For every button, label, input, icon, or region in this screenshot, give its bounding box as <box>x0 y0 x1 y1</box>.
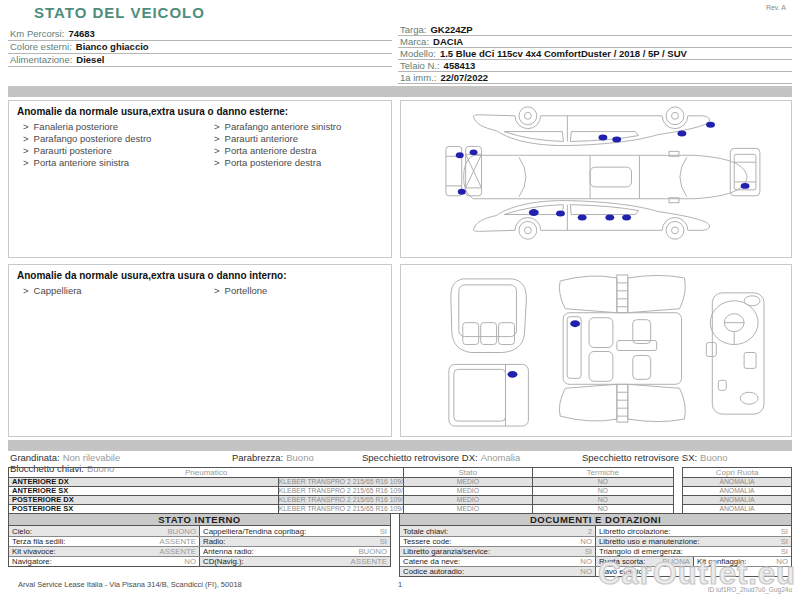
vehicle-info-row: 1a imm.:22/07/2022 <box>398 72 792 84</box>
info-value: GK224ZP <box>430 24 472 35</box>
field-label: Cappelliera/Tendina copribag: <box>203 527 306 536</box>
summary-item: Specchietto retrovisore DX:Anomalia <box>362 452 520 463</box>
pair-row: Totale chiavi:2Libretto circolazione:SI <box>400 526 791 536</box>
pair-cell: Navigatore:NO <box>9 557 199 566</box>
anomaly-item: >Fanaleria posteriore <box>23 121 200 133</box>
pair-cell: Cappelliera/Tendina copribag:SI <box>199 526 390 536</box>
info-label: Km Percorsi: <box>10 28 64 39</box>
label-value-pair: Cielo:BUONO <box>9 526 199 536</box>
field-label: Codice autoradio: <box>403 567 464 576</box>
exterior-anomalies-heading: Anomalie da normale usura,extra usura o … <box>9 101 391 121</box>
dashboard-view <box>706 293 764 414</box>
revision-label: Rev. A <box>766 4 786 11</box>
footer-company-address: Arval Service Lease Italia - Via Pisana … <box>18 580 242 589</box>
interior-damage-diagram <box>401 265 791 436</box>
field-label: Libretto garanzia/service: <box>403 547 490 556</box>
field-label: Cielo: <box>12 527 32 536</box>
tyre-position: ANTERIORE DX <box>9 478 279 487</box>
anomaly-text: Paraurti posteriore <box>34 145 112 156</box>
interior-anomalies-list: >Cappelliera>Portellone <box>9 285 391 297</box>
summary-item: Parabrezza:Buono <box>232 452 314 463</box>
summary-value: Anomalia <box>481 452 521 463</box>
wheel-cover-row: ANOMALIA <box>683 496 792 505</box>
summary-label: Grandinata: <box>10 452 60 463</box>
vehicle-info-right: Targa:GK224ZPMarca:DACIAModello:1.5 Blue… <box>398 24 792 84</box>
field-value: SI <box>781 537 788 546</box>
list-marker: > <box>23 145 29 156</box>
summary-label: Parabrezza: <box>232 452 283 463</box>
tyre-row: ANTERIORE DXKLEBER TRANSPRO 2 215/65 R16… <box>9 478 674 487</box>
anomaly-item: >Porta anteriore destra <box>214 145 391 157</box>
field-label: Antenna radio: <box>203 547 254 556</box>
pair-cell: Libretto uso e manutenzione:SI <box>595 537 791 546</box>
info-label: Targa: <box>400 24 426 35</box>
interior-anomalies-panel: Anomalie da normale usura,extra usura o … <box>8 264 392 437</box>
exterior-anomalies-list: >Fanaleria posteriore>Parafango posterio… <box>9 121 391 169</box>
label-value-pair: Cappelliera/Tendina copribag:SI <box>200 526 390 536</box>
tyre-name: KLEBER TRANSPRO 2 215/65 R16 109/107 T <box>278 487 403 496</box>
interior-damage-diagram-panel <box>400 264 792 437</box>
tyres-section: Pneumatico Stato Termiche ANTERIORE DXKL… <box>8 467 792 514</box>
tyres-header-stato: Stato <box>404 468 532 478</box>
tyre-thermal: NO <box>532 496 673 505</box>
info-label: Telaio N.: <box>400 60 440 71</box>
tyre-state: MEDIO <box>404 487 532 496</box>
info-value: Diesel <box>76 54 104 65</box>
list-marker: > <box>214 121 220 132</box>
car-side-view-left <box>473 107 709 146</box>
pair-cell: Kit vivavoce:ASSENTE <box>9 547 199 556</box>
wheel-cover-table: Copri Ruota ANOMALIAANOMALIAANOMALIAANOM… <box>682 467 792 514</box>
anomaly-column: >Cappelliera <box>9 285 200 297</box>
info-value: 458413 <box>444 60 476 71</box>
anomaly-column: >Fanaleria posteriore>Parafango posterio… <box>9 121 200 169</box>
vehicle-info-row: Alimentazione:Diesel <box>8 54 392 67</box>
info-value: 1.5 Blue dCi 115cv 4x4 ComfortDuster / 2… <box>440 48 687 59</box>
tyre-name: KLEBER TRANSPRO 2 215/65 R16 109/107 T <box>278 496 403 505</box>
vehicle-info-left: Km Percorsi:74683Colore esterni:Bianco g… <box>8 28 392 67</box>
exterior-damage-diagram-panel <box>400 100 792 258</box>
pair-cell: Libretto circolazione:SI <box>595 526 791 536</box>
list-marker: > <box>214 285 220 296</box>
exterior-damage-dots <box>456 122 750 221</box>
tyre-row: ANTERIORE SXKLEBER TRANSPRO 2 215/65 R16… <box>9 487 674 496</box>
field-label: Totale chiavi: <box>403 527 448 536</box>
wheel-cover-header: Copri Ruota <box>683 468 792 478</box>
list-marker: > <box>23 121 29 132</box>
field-value: SI <box>585 547 592 556</box>
pair-row: Cielo:BUONOCappelliera/Tendina copribag:… <box>9 526 390 536</box>
exterior-anomalies-panel: Anomalie da normale usura,extra usura o … <box>8 100 392 258</box>
anomaly-item: >Parafango anteriore sinistro <box>214 121 391 133</box>
anomaly-text: Fanaleria posteriore <box>34 121 119 132</box>
wheel-cover-state: ANOMALIA <box>683 478 792 487</box>
separator-band <box>8 440 792 451</box>
anomaly-item: >Parafango posteriore destro <box>23 133 200 145</box>
tyre-state: MEDIO <box>404 496 532 505</box>
field-value: ASSENTE <box>351 557 387 566</box>
info-label: Colore esterni: <box>10 41 72 52</box>
field-label: Triangolo di emergenza: <box>599 547 683 556</box>
anomaly-text: Paraurti anteriore <box>225 133 298 144</box>
documents-equipment-title: DOCUMENTI E DOTAZIONI <box>400 514 791 526</box>
label-value-pair: Libretto circolazione:SI <box>596 526 791 536</box>
field-value: 2 <box>588 527 592 536</box>
anomaly-text: Cappelliera <box>34 285 82 296</box>
tyre-position: POSTERIORE DX <box>9 496 279 505</box>
field-label: Libretto circolazione: <box>599 527 671 536</box>
label-value-pair: CD(Navig.):ASSENTE <box>200 557 390 566</box>
pair-cell: Tessere code:NO <box>400 537 595 546</box>
vehicle-info-row: Telaio N.:458413 <box>398 60 792 72</box>
field-value: NO <box>184 557 196 566</box>
summary-label: Specchietto retrovisore SX: <box>582 452 697 463</box>
list-marker: > <box>23 157 29 168</box>
info-value: 74683 <box>68 28 94 39</box>
separator-band <box>8 86 792 97</box>
label-value-pair: Codice autoradio:NO <box>400 567 595 576</box>
car-side-view-right <box>473 201 709 240</box>
label-value-pair: Libretto garanzia/service:SI <box>400 547 595 556</box>
summary-value: Non rilevabile <box>63 452 121 463</box>
info-value: 22/07/2022 <box>440 72 488 83</box>
vehicle-info-row: Km Percorsi:74683 <box>8 28 392 41</box>
list-marker: > <box>23 285 29 296</box>
pair-cell: Codice autoradio:NO <box>400 567 595 576</box>
pair-cell: Terza fila sedili:ASSENTE <box>9 537 199 546</box>
